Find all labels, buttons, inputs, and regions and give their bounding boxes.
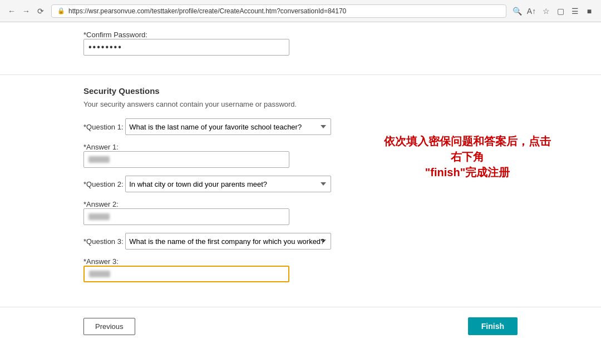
answer2-group: *Answer 2: — [83, 200, 518, 225]
answer3-blur — [89, 271, 110, 277]
browser-chrome: ← → ⟳ 🔒 https://wsr.pearsonvue.com/testt… — [0, 0, 601, 22]
answer1-blur — [88, 156, 110, 163]
annotation-overlay: 依次填入密保问题和答案后，点击右下角 "finish"完成注册 — [384, 133, 551, 180]
confirm-password-label: *Confirm Password: — [83, 31, 147, 39]
question1-select[interactable]: What is the last name of your favorite s… — [125, 118, 331, 135]
answer2-input-wrapper[interactable] — [83, 208, 289, 225]
question2-label: *Question 2: — [83, 180, 124, 188]
annotation-line1: 依次填入密保问题和答案后，点击右下角 — [384, 135, 551, 163]
answer2-label: *Answer 2: — [83, 200, 119, 208]
page-content: *Confirm Password: Security Questions Yo… — [0, 22, 601, 364]
answer3-input-wrapper[interactable] — [83, 266, 289, 282]
main-wrapper: *Confirm Password: Security Questions Yo… — [0, 22, 601, 345]
annotation-line2: "finish"完成注册 — [425, 166, 510, 178]
zoom-icon[interactable]: A↑ — [526, 6, 536, 16]
footer-buttons: Previous Finish — [0, 307, 601, 345]
refresh-icon[interactable]: ⟳ — [36, 6, 46, 16]
star-icon[interactable]: ☆ — [541, 6, 551, 16]
back-icon[interactable]: ← — [7, 6, 17, 16]
url-text: https://wsr.pearsonvue.com/testtaker/pro… — [68, 7, 346, 15]
finish-button[interactable]: Finish — [468, 317, 518, 335]
previous-button[interactable]: Previous — [83, 318, 135, 335]
answer2-blur — [88, 213, 110, 220]
confirm-password-input[interactable] — [83, 39, 289, 56]
browser-nav-icons: ← → ⟳ — [7, 6, 46, 16]
question1-label: *Question 1: — [83, 123, 124, 131]
question3-group: *Question 3: What is the name of the fir… — [83, 233, 518, 250]
confirm-password-group: *Confirm Password: — [83, 31, 518, 56]
question3-select[interactable]: What is the name of the first company fo… — [125, 233, 331, 250]
answer3-label: *Answer 3: — [83, 257, 119, 266]
lock-icon: 🔒 — [57, 7, 65, 14]
split-icon[interactable]: ▢ — [555, 6, 565, 16]
security-questions-section: Security Questions Your security answers… — [0, 75, 601, 307]
favorites-icon[interactable]: ☰ — [570, 6, 580, 16]
address-bar[interactable]: 🔒 https://wsr.pearsonvue.com/testtaker/p… — [51, 4, 506, 18]
browser-action-icons: 🔍 A↑ ☆ ▢ ☰ ■ — [512, 6, 594, 16]
forward-icon[interactable]: → — [21, 6, 31, 16]
question3-label: *Question 3: — [83, 237, 124, 246]
answer1-label: *Answer 1: — [83, 143, 119, 151]
answer3-group: *Answer 3: — [83, 257, 518, 282]
confirm-password-section: *Confirm Password: — [0, 22, 601, 75]
security-questions-subtitle: Your security answers cannot contain you… — [83, 100, 518, 108]
security-questions-title: Security Questions — [83, 86, 518, 96]
search-icon[interactable]: 🔍 — [512, 6, 522, 16]
answer1-input-wrapper[interactable] — [83, 151, 289, 168]
question1-group: *Question 1: What is the last name of yo… — [83, 118, 518, 135]
question2-select[interactable]: In what city or town did your parents me… — [125, 176, 331, 192]
menu-icon[interactable]: ■ — [584, 6, 594, 16]
